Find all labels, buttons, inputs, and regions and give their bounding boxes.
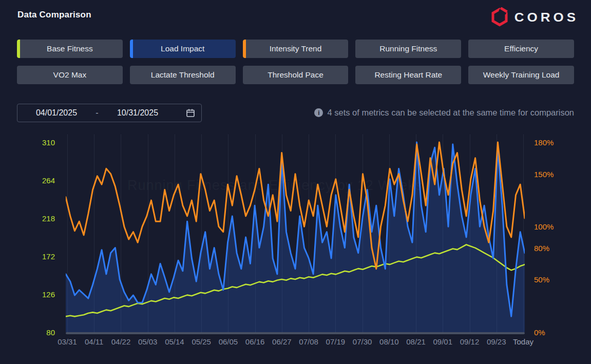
metric-button-grid: Base FitnessLoad ImpactIntensity TrendRu… [17, 40, 574, 84]
metric-button-lactate-threshold[interactable]: Lactate Threshold [130, 66, 236, 84]
x-axis-tick-label: 05/25 [192, 337, 211, 346]
selection-info-text: 4 sets of metrics can be selected at the… [327, 108, 574, 118]
selected-accent-bar [130, 40, 133, 58]
right-axis-label: 150% [534, 169, 554, 178]
metric-button-label: Efficiency [504, 44, 538, 53]
info-icon: i [314, 108, 323, 117]
x-axis-tick-label: 05/03 [138, 337, 158, 346]
metric-button-label: Threshold Pace [268, 70, 323, 79]
left-axis-label: 80 [19, 328, 55, 337]
metric-button-vo2-max[interactable]: VO2 Max [17, 66, 123, 84]
x-axis-tick-label: 07/08 [299, 337, 318, 346]
x-axis-tick-label: 04/22 [111, 337, 131, 346]
chart-scrollbar[interactable] [66, 332, 525, 334]
chart-plot-area[interactable] [66, 135, 525, 332]
x-axis-tick-label: 04/11 [85, 337, 103, 346]
end-date-value[interactable]: 10/31/2025 [105, 108, 170, 118]
date-separator: - [89, 108, 105, 118]
right-axis-label: 50% [534, 275, 549, 284]
metric-button-base-fitness[interactable]: Base Fitness [17, 40, 123, 58]
metric-button-running-fitness[interactable]: Running Fitness [355, 40, 461, 58]
x-axis-tick-label: 05/14 [165, 337, 184, 346]
left-axis-label: 218 [19, 214, 55, 223]
metric-button-threshold-pace[interactable]: Threshold Pace [243, 66, 349, 84]
x-axis-tick-label: 08/21 [406, 337, 426, 346]
right-axis-label: 0% [534, 328, 545, 337]
data-comparison-page: Data Comparison COROS Base FitnessLoad I… [0, 0, 591, 364]
date-range-picker[interactable]: 04/01/2025 - 10/31/2025 [17, 104, 202, 122]
x-axis-tick-label: 06/16 [245, 337, 265, 346]
coros-hexagon-icon [490, 7, 509, 28]
start-date-value[interactable]: 04/01/2025 [24, 108, 89, 118]
x-axis-tick-label: 09/12 [460, 337, 480, 346]
right-axis-label: 100% [534, 222, 554, 231]
metric-button-label: Weekly Training Load [483, 70, 560, 79]
left-axis-label: 264 [19, 176, 55, 185]
x-axis-tick-label: 07/30 [353, 337, 372, 346]
metric-button-label: Running Fitness [379, 44, 437, 53]
x-axis-tick-label: 07/19 [326, 337, 346, 346]
page-title: Data Comparison [17, 10, 91, 20]
metric-button-label: Base Fitness [47, 44, 93, 53]
coros-wordmark: COROS [514, 10, 579, 25]
metric-button-efficiency[interactable]: Efficiency [468, 40, 574, 58]
metric-button-label: Lactate Threshold [151, 70, 215, 79]
x-axis-tick-label: 06/27 [272, 337, 292, 346]
metric-button-label: Load Impact [161, 44, 204, 53]
metric-button-load-impact[interactable]: Load Impact [130, 40, 236, 58]
right-axis-label: 180% [534, 138, 554, 147]
selected-accent-bar [17, 40, 20, 58]
x-axis-tick-label: 08/10 [379, 337, 399, 346]
selected-accent-bar [243, 40, 246, 58]
metric-button-label: Resting Heart Rate [374, 70, 442, 79]
x-axis-tick-label: 09/01 [433, 337, 453, 346]
x-axis-tick-label: 06/05 [219, 337, 238, 346]
left-axis-label: 310 [19, 138, 55, 147]
left-axis-label: 172 [19, 252, 55, 261]
right-axis-label: 80% [534, 243, 549, 252]
metric-button-resting-heart-rate[interactable]: Resting Heart Rate [355, 66, 461, 84]
left-axis-label: 126 [19, 290, 55, 299]
metric-button-label: VO2 Max [53, 70, 87, 79]
metric-button-weekly-training-load[interactable]: Weekly Training Load [468, 66, 574, 84]
coros-logo: COROS [490, 7, 579, 28]
calendar-icon[interactable] [186, 108, 195, 118]
metric-button-intensity-trend[interactable]: Intensity Trend [243, 40, 349, 58]
metric-button-label: Intensity Trend [270, 44, 322, 53]
x-axis-tick-label: 09/23 [487, 337, 506, 346]
x-axis-tick-label: Today [513, 337, 533, 346]
selection-info-note: i 4 sets of metrics can be selected at t… [314, 108, 574, 118]
x-axis-tick-label: 03/31 [58, 337, 77, 346]
